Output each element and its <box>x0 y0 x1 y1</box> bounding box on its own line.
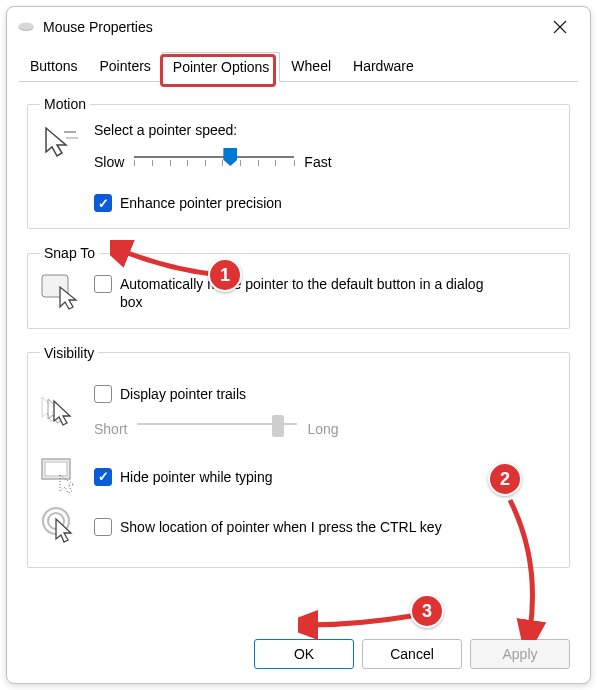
tab-content: Motion Select a pointer speed: Slow <box>7 82 590 594</box>
group-snap-to-legend: Snap To <box>40 245 99 261</box>
mouse-icon <box>17 20 35 34</box>
cancel-button[interactable]: Cancel <box>362 639 462 669</box>
trails-thumb <box>272 415 284 437</box>
group-snap-to: Snap To Automatically move pointer to th… <box>27 245 570 328</box>
svg-rect-13 <box>45 462 67 476</box>
svg-marker-4 <box>46 128 66 156</box>
enhance-precision-label: Enhance pointer precision <box>120 194 282 212</box>
dialog-buttons: OK Cancel Apply <box>254 639 570 669</box>
group-visibility-legend: Visibility <box>40 345 98 361</box>
snap-icon <box>40 271 80 311</box>
tab-pointer-options[interactable]: Pointer Options <box>162 52 281 82</box>
speed-slow-label: Slow <box>94 154 124 170</box>
snap-to-checkbox[interactable] <box>94 275 112 293</box>
group-motion-legend: Motion <box>40 96 90 112</box>
tab-wheel[interactable]: Wheel <box>280 51 342 81</box>
svg-point-1 <box>19 23 34 31</box>
group-motion: Motion Select a pointer speed: Slow <box>27 96 570 229</box>
close-button[interactable] <box>540 13 580 41</box>
speed-fast-label: Fast <box>304 154 331 170</box>
pointer-speed-label: Select a pointer speed: <box>94 122 557 138</box>
ctrl-locate-label: Show location of pointer when I press th… <box>120 518 442 536</box>
close-icon <box>553 20 567 34</box>
trails-checkbox[interactable] <box>94 385 112 403</box>
motion-icon <box>40 122 80 162</box>
enhance-precision-checkbox[interactable] <box>94 194 112 212</box>
hide-typing-label: Hide pointer while typing <box>120 468 273 486</box>
titlebar: Mouse Properties <box>7 7 590 45</box>
trails-short-label: Short <box>94 421 127 437</box>
trails-slider <box>137 413 297 445</box>
trails-long-label: Long <box>307 421 338 437</box>
pointer-speed-slider[interactable] <box>134 146 294 178</box>
ctrl-locate-icon <box>40 505 80 545</box>
tab-buttons[interactable]: Buttons <box>19 51 88 81</box>
hide-typing-checkbox[interactable] <box>94 468 112 486</box>
hide-typing-icon <box>40 455 80 495</box>
tab-pointers[interactable]: Pointers <box>88 51 161 81</box>
window-title: Mouse Properties <box>43 19 532 35</box>
apply-button[interactable]: Apply <box>470 639 570 669</box>
pointer-speed-thumb[interactable] <box>223 148 237 166</box>
mouse-properties-dialog: Mouse Properties Buttons Pointers Pointe… <box>6 6 591 684</box>
tab-hardware[interactable]: Hardware <box>342 51 425 81</box>
ctrl-locate-checkbox[interactable] <box>94 518 112 536</box>
trails-label: Display pointer trails <box>120 385 246 403</box>
group-visibility: Visibility Display pointer trails <box>27 345 570 568</box>
tabs: Buttons Pointers Pointer Options Wheel H… <box>19 51 578 82</box>
ok-button[interactable]: OK <box>254 639 354 669</box>
trails-icon <box>40 393 80 433</box>
snap-to-label: Automatically move pointer to the defaul… <box>120 275 500 311</box>
